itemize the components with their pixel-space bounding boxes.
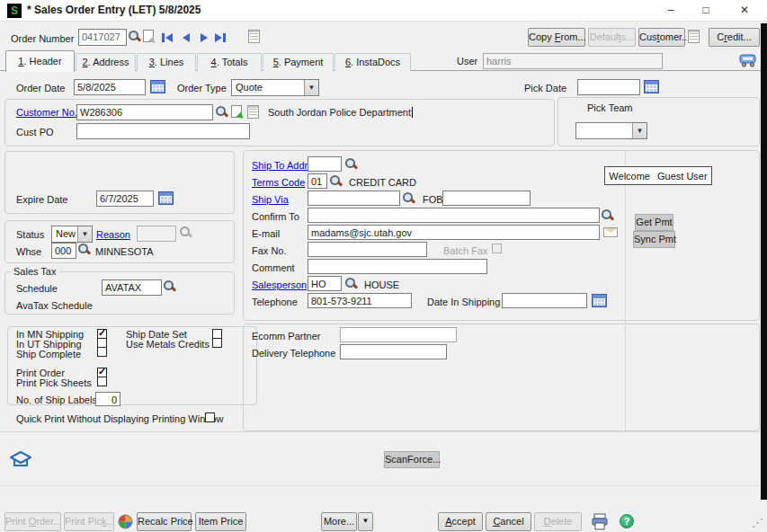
- ship-to-addr-link[interactable]: Ship To Addr: [252, 160, 308, 171]
- scanforce-button[interactable]: ScanForce...: [384, 451, 440, 468]
- ship-to-addr-lookup-icon[interactable]: [345, 158, 359, 172]
- salesperson-field[interactable]: HO: [308, 276, 342, 291]
- minimize-icon[interactable]: –: [657, 0, 684, 21]
- help-icon[interactable]: ?: [620, 514, 634, 528]
- print-pick-sheets-checkbox[interactable]: [97, 377, 107, 386]
- order-type-label: Order Type: [177, 83, 227, 93]
- use-metals-credits-checkbox[interactable]: [212, 338, 222, 348]
- resize-grip[interactable]: ⋰: [752, 516, 763, 529]
- pick-date-calendar-icon[interactable]: [644, 80, 659, 93]
- ship-complete-checkbox[interactable]: [97, 347, 107, 357]
- tab-totals[interactable]: 4. Totals: [197, 53, 262, 71]
- customer-copy-icon[interactable]: [231, 105, 242, 118]
- shipping-truck-icon[interactable]: [737, 52, 759, 68]
- welcome-guest-banner: Welcome Guest User: [604, 166, 712, 185]
- terms-code-field[interactable]: 01: [308, 173, 327, 189]
- email-field[interactable]: madams@sjc.utah.gov: [308, 225, 600, 240]
- order-date-field[interactable]: 5/8/2025: [74, 79, 146, 95]
- order-date-calendar-icon[interactable]: [150, 80, 165, 93]
- pick-team-dropdown[interactable]: ▼: [575, 122, 647, 139]
- whse-lookup-icon[interactable]: [78, 244, 92, 257]
- paperless-office-icon[interactable]: [9, 450, 32, 468]
- credit-button[interactable]: Credit...: [709, 28, 760, 47]
- terms-code-link[interactable]: Terms Code: [252, 177, 305, 188]
- ship-via-lookup-icon[interactable]: [403, 192, 416, 206]
- pick-team-label: Pick Team: [587, 102, 633, 113]
- first-record-button[interactable]: [160, 31, 174, 45]
- ship-labels-field[interactable]: 0: [95, 392, 120, 406]
- customer-name-memo-icon[interactable]: [247, 105, 259, 119]
- telephone-field[interactable]: 801-573-9211: [308, 293, 412, 308]
- salesperson-link[interactable]: Salesperson: [252, 279, 307, 290]
- copy-from-button[interactable]: Copy From...: [528, 28, 585, 47]
- terms-code-lookup-icon[interactable]: [330, 175, 343, 189]
- window-title: * Sales Order Entry (LET) 5/8/2025: [27, 4, 201, 15]
- ecomm-partner-field[interactable]: [340, 327, 457, 342]
- previous-record-button[interactable]: [180, 31, 192, 45]
- confirm-to-field[interactable]: [308, 208, 600, 223]
- status-value: New: [56, 228, 76, 239]
- accept-button[interactable]: Accept: [438, 512, 483, 531]
- pick-date-field[interactable]: [577, 79, 640, 95]
- tab-payment[interactable]: 5. Payment: [263, 53, 334, 71]
- sales-order-entry-window: S * Sales Order Entry (LET) 5/8/2025 – □…: [0, 0, 767, 532]
- customer-memo-icon[interactable]: [688, 30, 700, 43]
- date-in-shipping-label: Date In Shipping: [427, 297, 500, 307]
- whse-name-text: MINNESOTA: [95, 246, 154, 257]
- item-price-button[interactable]: Item Price: [195, 512, 246, 531]
- customer-no-link[interactable]: Customer No.: [16, 107, 77, 118]
- last-record-button[interactable]: [213, 31, 227, 45]
- sync-pmt-button[interactable]: Sync Pmt: [633, 231, 675, 248]
- ship-to-addr-field[interactable]: [308, 156, 342, 172]
- fob-field[interactable]: [442, 191, 531, 206]
- delivery-telephone-field[interactable]: [340, 344, 447, 359]
- tab-address[interactable]: 2. Address: [76, 53, 136, 71]
- prev-arrow-icon: [183, 33, 190, 42]
- ship-via-link[interactable]: Ship Via: [252, 194, 289, 205]
- first-arrow-icon: [165, 33, 173, 42]
- customer-no-field[interactable]: W286306: [76, 104, 213, 120]
- cancel-button[interactable]: Cancel: [486, 512, 531, 531]
- ship-via-field[interactable]: [308, 191, 400, 206]
- reason-link[interactable]: Reason: [96, 229, 130, 240]
- whse-field[interactable]: 000: [51, 243, 76, 259]
- customer-button[interactable]: Customer...: [638, 28, 685, 47]
- get-pmt-button[interactable]: Get Pmt: [635, 214, 673, 231]
- recalc-price-button[interactable]: Recalc Price: [137, 512, 192, 531]
- comment-field[interactable]: [308, 259, 487, 274]
- more-button[interactable]: More...: [321, 512, 357, 531]
- pricing-pie-icon[interactable]: [118, 514, 133, 529]
- salesperson-lookup-icon[interactable]: [345, 278, 359, 291]
- more-chevron-down-button[interactable]: ▼: [358, 512, 373, 531]
- schedule-lookup-icon[interactable]: [164, 280, 177, 294]
- close-icon[interactable]: ✕: [730, 0, 759, 21]
- tab-instadocs[interactable]: 6. InstaDocs: [334, 53, 411, 71]
- print-icon[interactable]: [591, 513, 609, 530]
- order-type-dropdown[interactable]: Quote▼: [231, 79, 319, 96]
- section-divider-bottom: [0, 485, 767, 486]
- customer-lookup-icon[interactable]: [216, 106, 229, 120]
- order-memo-icon[interactable]: [248, 30, 260, 43]
- order-lookup-icon[interactable]: [129, 31, 142, 44]
- date-in-shipping-field[interactable]: [502, 293, 587, 308]
- date-in-shipping-calendar-icon[interactable]: [592, 294, 607, 307]
- welcome-user: Guest User: [657, 171, 708, 182]
- schedule-field[interactable]: AVATAX: [102, 279, 162, 296]
- expire-date-calendar-icon[interactable]: [158, 191, 174, 205]
- maximize-icon[interactable]: □: [692, 0, 719, 21]
- whse-label: Whse: [16, 246, 41, 257]
- telephone-label: Telephone: [252, 297, 298, 307]
- status-dropdown[interactable]: New▼: [51, 226, 93, 243]
- next-record-button[interactable]: [198, 31, 210, 45]
- cust-po-field[interactable]: [76, 123, 250, 139]
- tab-header[interactable]: 1. Header: [5, 50, 75, 72]
- cust-po-label: Cust PO: [16, 127, 54, 137]
- quick-print-checkbox[interactable]: [205, 412, 215, 422]
- expire-date-field[interactable]: 6/7/2025: [96, 191, 154, 207]
- confirm-to-lookup-icon[interactable]: [602, 209, 615, 223]
- order-number-field[interactable]: 0417027: [78, 29, 127, 46]
- email-envelope-icon[interactable]: [603, 227, 618, 237]
- print-order-button: Print Order...: [4, 512, 61, 531]
- fax-field[interactable]: [308, 242, 427, 257]
- tab-lines[interactable]: 3. Lines: [137, 53, 196, 71]
